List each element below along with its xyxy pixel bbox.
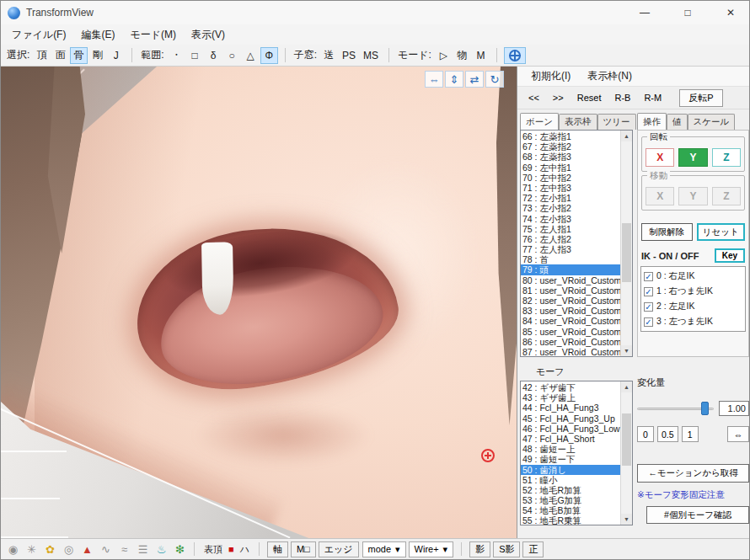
operation-panel-tab[interactable]: 値 [667, 114, 688, 130]
morph-list-item[interactable]: 53 : 地毛G加算 [521, 495, 620, 505]
history-forward-button[interactable]: >> [547, 89, 570, 106]
range-mode-button[interactable]: Φ [260, 47, 278, 64]
morph-list-item[interactable]: 42 : ギザ歯下 [521, 382, 620, 392]
bone-list-item[interactable]: 69 : 左中指1 [521, 163, 620, 173]
bone-list-item[interactable]: 76 : 左人指2 [521, 234, 620, 244]
reset-bone-button[interactable]: R-B [608, 89, 636, 106]
amount-preset-button[interactable]: 0 [637, 426, 654, 442]
bone-list-item[interactable]: 84 : user_VRoid_Custom [521, 316, 620, 326]
select-mode-button[interactable]: 面 [51, 47, 69, 64]
childwindow-button[interactable]: PS [339, 47, 359, 64]
amount-preset-button[interactable]: 0.5 [657, 426, 678, 442]
bone-list-item[interactable]: 71 : 左中指3 [521, 183, 620, 193]
select-mode-button[interactable]: 骨 [70, 47, 88, 64]
ik-checkbox-row[interactable]: ✓ 0 : 右足IK [641, 269, 745, 284]
range-mode-button[interactable]: □ [186, 47, 204, 64]
range-mode-button[interactable]: △ [242, 47, 260, 64]
bone-panel-tab[interactable]: 表示枠 [559, 114, 597, 130]
render-toggle-button[interactable]: 正 [522, 541, 544, 557]
status-icon[interactable]: ❇ [174, 544, 186, 555]
scroll-down-icon[interactable]: ▼ [621, 514, 632, 525]
scroll-thumb[interactable] [622, 413, 631, 466]
flip-view-icon[interactable]: ⇄ [465, 71, 484, 88]
range-mode-button[interactable]: ○ [223, 47, 241, 64]
morph-list-item[interactable]: 43 : ギザ歯上 [521, 392, 620, 403]
minimize-button[interactable]: — [626, 1, 663, 24]
status-icon[interactable]: ≈ [118, 544, 131, 555]
key-button[interactable]: Key [715, 248, 745, 263]
morph-list-item[interactable]: 48 : 歯短ー上 [521, 444, 620, 454]
amount-preset-button[interactable]: 1 [682, 426, 699, 442]
reset-pose-button[interactable]: Reset [571, 89, 608, 106]
morph-list-item[interactable]: 54 : 地毛B加算 [521, 505, 620, 515]
display-toggle[interactable]: ■ [227, 544, 236, 554]
rotate-z-button[interactable]: Z [712, 148, 741, 167]
slider-thumb[interactable] [701, 402, 709, 415]
status-icon[interactable]: ☰ [137, 544, 149, 555]
bone-panel-tab[interactable]: ツリー [597, 114, 636, 130]
view-toggle-button[interactable]: M□ [291, 541, 316, 557]
menu-item[interactable]: モード(M) [122, 25, 184, 45]
pan-vertical-icon[interactable]: ⇕ [445, 71, 463, 88]
mode-button[interactable]: 物 [453, 47, 471, 64]
mode-button[interactable]: ▷ [435, 47, 453, 64]
childwindow-button[interactable]: MS [360, 47, 382, 64]
morph-list-item[interactable]: 45 : Fcl_HA_Fung3_Up [521, 413, 620, 424]
panel-menu-item[interactable]: 初期化(I) [522, 67, 579, 86]
scroll-thumb[interactable] [622, 223, 631, 282]
bone-list-item[interactable]: 72 : 左小指1 [521, 193, 620, 203]
childwindow-button[interactable]: 送 [320, 47, 338, 64]
select-mode-button[interactable]: 頂 [33, 47, 51, 64]
scroll-up-icon[interactable]: ▲ [621, 381, 632, 392]
close-button[interactable]: ✕ [712, 1, 749, 24]
scroll-up-icon[interactable]: ▲ [621, 131, 632, 141]
select-mode-button[interactable]: J [107, 47, 125, 64]
ik-checkbox-row[interactable]: ✓ 1 : 右つま先IK [641, 284, 745, 299]
bone-list-item[interactable]: 68 : 左薬指3 [521, 152, 620, 162]
view-dropdown[interactable]: Wire+ ▾ [409, 541, 454, 557]
bone-list-item[interactable]: 70 : 左中指2 [521, 173, 620, 183]
bone-list-item[interactable]: 85 : user_VRoid_Custom [521, 327, 620, 337]
bone-list-item[interactable]: 86 : user_VRoid_Custom [521, 337, 620, 347]
status-icon[interactable]: ◉ [7, 544, 19, 555]
amount-slider[interactable] [637, 401, 714, 416]
scroll-down-icon[interactable]: ▼ [621, 345, 632, 356]
amount-preset-button[interactable]: ⇔ [727, 426, 749, 442]
view-toggle-button[interactable]: 軸 [267, 541, 288, 557]
bone-list-item[interactable]: 74 : 左小指3 [521, 214, 620, 224]
view-dropdown[interactable]: mode ▾ [362, 541, 406, 557]
range-mode-button[interactable]: δ [205, 47, 222, 64]
view-toggle-button[interactable]: エッジ [319, 541, 359, 557]
mode-button[interactable]: M [472, 47, 490, 64]
amount-value-field[interactable]: 1.00 [719, 401, 749, 416]
bone-list-item[interactable]: 67 : 左薬指2 [521, 141, 620, 152]
rotate-view-icon[interactable]: ↻ [485, 71, 504, 88]
pan-horizontal-icon[interactable]: ⇔ [425, 71, 443, 88]
bone-list-scrollbar[interactable]: ▲ ▼ [620, 131, 632, 356]
morph-list-item[interactable]: 55 : 地毛R乗算 [521, 515, 620, 525]
get-from-motion-button[interactable]: ←モーションから取得 [637, 464, 749, 483]
morph-list-scrollbar[interactable]: ▲ ▼ [620, 381, 632, 525]
range-mode-button[interactable]: ・ [168, 47, 185, 64]
morph-list-item[interactable]: 50 : 歯消し [521, 465, 620, 475]
bone-list-item[interactable]: 75 : 左人指1 [521, 224, 620, 234]
select-mode-button[interactable]: 剛 [88, 47, 106, 64]
rotate-x-button[interactable]: X [646, 148, 674, 167]
ik-checkbox-row[interactable]: ✓ 2 : 左足IK [641, 299, 745, 314]
menu-item[interactable]: ファイル(F) [4, 25, 73, 45]
status-icon[interactable]: ✿ [44, 544, 56, 555]
bone-list-item[interactable]: 78 : 首 [521, 254, 620, 264]
rotation-gizmo-handle[interactable] [481, 449, 495, 462]
bone-list-item[interactable]: 87 : user_VRoid_Custom [521, 347, 620, 356]
limit-release-button[interactable]: 制限解除 [641, 223, 693, 241]
gizmo-button[interactable] [504, 47, 526, 64]
panel-menu-item[interactable]: 表示枠(N) [579, 67, 640, 86]
render-toggle-button[interactable]: S影 [493, 541, 520, 557]
render-toggle-button[interactable]: 影 [469, 541, 490, 557]
status-icon[interactable]: ♨ [155, 544, 168, 555]
bone-list-item[interactable]: 79 : 頭 [521, 264, 620, 275]
bone-list-item[interactable]: 77 : 左人指3 [521, 244, 620, 254]
bone-list-item[interactable]: 66 : 左薬指1 [521, 131, 620, 141]
morph-list-item[interactable]: 52 : 地毛R加算 [521, 485, 620, 495]
bone-list-item[interactable]: 80 : user_VRoid_Custom [521, 275, 620, 285]
